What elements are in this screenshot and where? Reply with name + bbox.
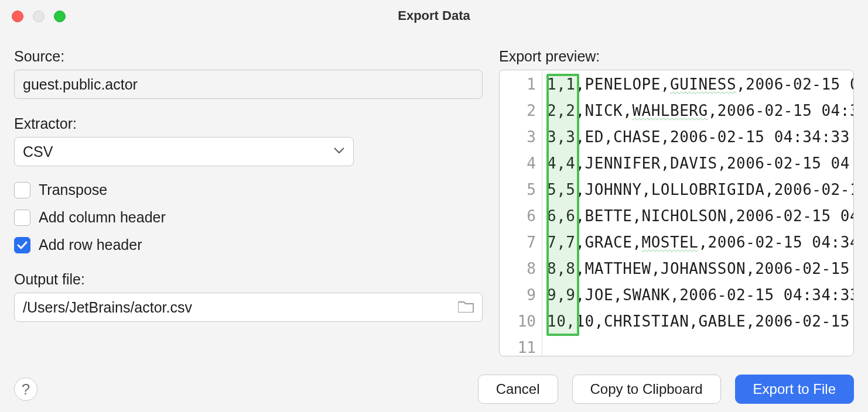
line-number: 2 — [500, 98, 536, 124]
source-value: guest.public.actor — [23, 76, 138, 93]
transpose-checkbox[interactable] — [14, 182, 30, 198]
line-number: 7 — [500, 229, 536, 256]
preview-line: 3,3,ED,CHASE,2006-02-15 04:34:33. — [547, 124, 853, 150]
titlebar: Export Data — [0, 0, 868, 32]
preview-pane: Export preview: 1234567891011 1,1,PENELO… — [499, 37, 854, 356]
source-field[interactable]: guest.public.actor — [14, 70, 483, 99]
preview-label: Export preview: — [499, 48, 854, 65]
preview-line: 2,2,NICK,WAHLBERG,2006-02-15 04:3 — [547, 98, 853, 124]
line-number: 10 — [500, 308, 536, 335]
window-title: Export Data — [398, 8, 470, 23]
line-number: 5 — [500, 177, 536, 203]
preview-line: 6,6,BETTE,NICHOLSON,2006-02-15 04 — [547, 203, 853, 229]
minimize-window-button[interactable] — [33, 11, 45, 22]
help-button[interactable]: ? — [14, 377, 37, 401]
window-controls — [12, 11, 66, 22]
preview-line: 4,4,JENNIFER,DAVIS,2006-02-15 04: — [547, 150, 853, 177]
add-column-header-checkbox[interactable] — [14, 210, 30, 226]
line-number: 6 — [500, 203, 536, 229]
preview-line: 8,8,MATTHEW,JOHANSSON,2006-02-15 — [547, 256, 853, 282]
line-number: 11 — [500, 335, 536, 356]
transpose-label: Transpose — [39, 181, 107, 198]
extractor-label: Extractor: — [14, 115, 483, 132]
browse-folder-icon[interactable] — [458, 300, 474, 315]
maximize-window-button[interactable] — [54, 11, 66, 22]
output-file-label: Output file: — [14, 271, 483, 288]
output-file-input[interactable] — [23, 299, 474, 316]
form-pane: Source: guest.public.actor Extractor: CS… — [14, 37, 483, 356]
close-window-button[interactable] — [12, 11, 23, 22]
preview-line: 9,9,JOE,SWANK,2006-02-15 04:34:33 — [547, 282, 853, 308]
line-number-gutter: 1234567891011 — [500, 70, 542, 356]
extractor-value: CSV — [23, 143, 53, 160]
line-number: 9 — [500, 282, 536, 308]
extractor-select[interactable]: CSV — [14, 137, 354, 166]
add-row-header-label: Add row header — [39, 236, 142, 253]
preview-line: 5,5,JOHNNY,LOLLOBRIGIDA,2006-02-1 — [547, 177, 853, 203]
preview-box[interactable]: 1234567891011 1,1,PENELOPE,GUINESS,2006-… — [499, 70, 854, 356]
cancel-button[interactable]: Cancel — [478, 375, 558, 404]
line-number: 8 — [500, 256, 536, 282]
export-data-dialog: Export Data Source: guest.public.actor E… — [0, 0, 868, 412]
add-column-header-label: Add column header — [39, 209, 166, 226]
preview-line: 1,1,PENELOPE,GUINESS,2006-02-15 0 — [547, 71, 853, 98]
source-label: Source: — [14, 48, 483, 65]
line-number: 3 — [500, 124, 536, 150]
copy-to-clipboard-button[interactable]: Copy to Clipboard — [572, 375, 721, 404]
add-row-header-checkbox[interactable] — [14, 237, 30, 253]
output-file-field[interactable] — [14, 293, 483, 322]
line-number: 4 — [500, 150, 536, 177]
preview-code[interactable]: 1,1,PENELOPE,GUINESS,2006-02-15 02,2,NIC… — [542, 70, 853, 356]
line-number: 1 — [500, 71, 536, 98]
preview-line: 7,7,GRACE,MOSTEL,2006-02-15 04:34 — [547, 229, 853, 256]
export-to-file-button[interactable]: Export to File — [735, 375, 854, 404]
preview-line: 10,10,CHRISTIAN,GABLE,2006-02-15 — [547, 308, 853, 335]
